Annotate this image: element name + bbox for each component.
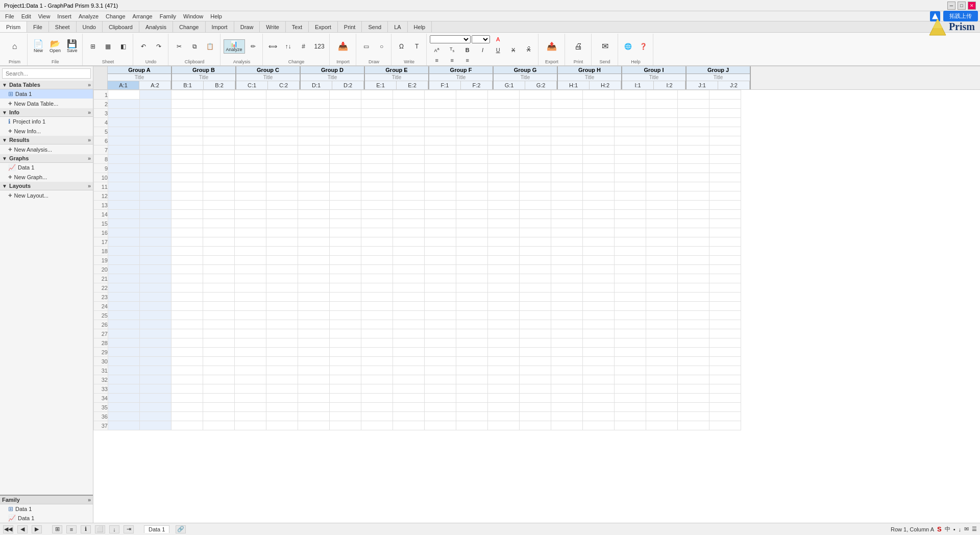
- cell-r34-J1[interactable]: [678, 394, 709, 403]
- cell-r13-B1[interactable]: [172, 201, 203, 210]
- cell-r18-G1[interactable]: [488, 247, 520, 256]
- cell-r32-A2[interactable]: [140, 375, 172, 384]
- cell-r33-J1[interactable]: [678, 384, 709, 394]
- sheet-btn3[interactable]: ◧: [116, 42, 131, 51]
- cell-r2-F1[interactable]: [425, 100, 456, 109]
- cell-r13-J1[interactable]: [678, 201, 709, 210]
- cell-r28-G1[interactable]: [488, 338, 520, 348]
- cell-r3-E2[interactable]: [393, 109, 425, 118]
- cell-r2-I2[interactable]: [646, 100, 678, 109]
- cell-r13-D2[interactable]: [330, 201, 361, 210]
- cell-r9-H1[interactable]: [551, 164, 583, 173]
- change-btn3[interactable]: #: [297, 42, 311, 51]
- cell-r36-I2[interactable]: [646, 412, 678, 421]
- cell-r1-C2[interactable]: [266, 90, 298, 100]
- cell-r14-D1[interactable]: [298, 210, 330, 219]
- cell-r18-H1[interactable]: [551, 247, 583, 256]
- cell-r7-C2[interactable]: [266, 145, 298, 155]
- cell-r1-C1[interactable]: [235, 90, 266, 100]
- cell-r4-A2[interactable]: [140, 118, 172, 127]
- view-list-button[interactable]: ≡: [66, 525, 77, 533]
- col-header-C1[interactable]: C:1: [236, 81, 268, 89]
- cell-r18-C2[interactable]: [266, 247, 298, 256]
- cell-r15-G1[interactable]: [488, 219, 520, 228]
- cell-r9-I1[interactable]: [615, 164, 646, 173]
- results-header[interactable]: ▼ Results »: [0, 136, 93, 144]
- cell-r26-D2[interactable]: [330, 320, 361, 329]
- cell-r26-J2[interactable]: [709, 320, 741, 329]
- cell-r5-F1[interactable]: [425, 127, 456, 136]
- ribbon-tab-text[interactable]: Text: [286, 21, 309, 32]
- sidebar-item-data1[interactable]: ⊞ Data 1: [0, 89, 93, 99]
- cell-r20-H1[interactable]: [551, 265, 583, 274]
- col-header-A1[interactable]: A:1: [108, 81, 139, 89]
- cell-r2-H1[interactable]: [551, 100, 583, 109]
- cell-r9-B2[interactable]: [203, 164, 235, 173]
- cell-r16-D2[interactable]: [330, 228, 361, 237]
- cell-r24-D2[interactable]: [330, 302, 361, 311]
- close-button[interactable]: ✕: [968, 2, 976, 10]
- cell-r30-I2[interactable]: [646, 357, 678, 366]
- cell-r14-J2[interactable]: [709, 210, 741, 219]
- cell-r13-F2[interactable]: [456, 201, 488, 210]
- cell-r36-G2[interactable]: [520, 412, 551, 421]
- cell-r14-D2[interactable]: [330, 210, 361, 219]
- cell-r37-J2[interactable]: [709, 421, 741, 430]
- cell-r24-J1[interactable]: [678, 302, 709, 311]
- cell-r36-H1[interactable]: [551, 412, 583, 421]
- cell-r1-H1[interactable]: [551, 90, 583, 100]
- cell-r29-E1[interactable]: [361, 348, 393, 357]
- cell-r15-H1[interactable]: [551, 219, 583, 228]
- cell-r30-F1[interactable]: [425, 357, 456, 366]
- col-header-C2[interactable]: C:2: [268, 81, 300, 89]
- ribbon-tab-la[interactable]: LA: [388, 21, 407, 32]
- cell-r7-D1[interactable]: [298, 145, 330, 155]
- ribbon-tab-change[interactable]: Change: [173, 21, 206, 32]
- cell-r27-A2[interactable]: [140, 329, 172, 338]
- cell-r20-C2[interactable]: [266, 265, 298, 274]
- cell-r15-F1[interactable]: [425, 219, 456, 228]
- cell-r12-C2[interactable]: [266, 191, 298, 201]
- cell-r9-A1[interactable]: [108, 164, 140, 173]
- cell-r25-D1[interactable]: [298, 311, 330, 320]
- cell-r25-H1[interactable]: [551, 311, 583, 320]
- cell-r15-A2[interactable]: [140, 219, 172, 228]
- cell-r19-G2[interactable]: [520, 256, 551, 265]
- cell-r22-H1[interactable]: [551, 283, 583, 293]
- cell-r19-I2[interactable]: [646, 256, 678, 265]
- cell-r1-J1[interactable]: [678, 90, 709, 100]
- cell-r15-J2[interactable]: [709, 219, 741, 228]
- cell-r5-F2[interactable]: [456, 127, 488, 136]
- cell-r12-I1[interactable]: [615, 191, 646, 201]
- cell-r8-A2[interactable]: [140, 155, 172, 164]
- cell-r5-G2[interactable]: [520, 127, 551, 136]
- cell-r19-D1[interactable]: [298, 256, 330, 265]
- cell-r12-D1[interactable]: [298, 191, 330, 201]
- cell-r26-H1[interactable]: [551, 320, 583, 329]
- cell-r28-A1[interactable]: [108, 338, 140, 348]
- cell-r27-D2[interactable]: [330, 329, 361, 338]
- cell-r20-I2[interactable]: [646, 265, 678, 274]
- cell-r25-A2[interactable]: [140, 311, 172, 320]
- cell-r16-C2[interactable]: [266, 228, 298, 237]
- cell-r1-J2[interactable]: [709, 90, 741, 100]
- cell-r21-H1[interactable]: [551, 274, 583, 283]
- cell-r32-E1[interactable]: [361, 375, 393, 384]
- cell-r2-A1[interactable]: [108, 100, 140, 109]
- cell-r20-C1[interactable]: [235, 265, 266, 274]
- cell-r28-F2[interactable]: [456, 338, 488, 348]
- cell-r15-C1[interactable]: [235, 219, 266, 228]
- cell-r35-B2[interactable]: [203, 403, 235, 412]
- cell-r25-B1[interactable]: [172, 311, 203, 320]
- cell-r21-A1[interactable]: [108, 274, 140, 283]
- cell-r6-D1[interactable]: [298, 136, 330, 145]
- cell-r3-I2[interactable]: [646, 109, 678, 118]
- view-grid-button[interactable]: ⊞: [52, 525, 62, 533]
- cell-r27-C2[interactable]: [266, 329, 298, 338]
- cell-r34-G1[interactable]: [488, 394, 520, 403]
- info-more[interactable]: »: [88, 109, 91, 115]
- cell-r22-I2[interactable]: [646, 283, 678, 293]
- cell-r6-G2[interactable]: [520, 136, 551, 145]
- cell-r17-F2[interactable]: [456, 237, 488, 247]
- new-file-button[interactable]: 📄 New: [31, 38, 46, 55]
